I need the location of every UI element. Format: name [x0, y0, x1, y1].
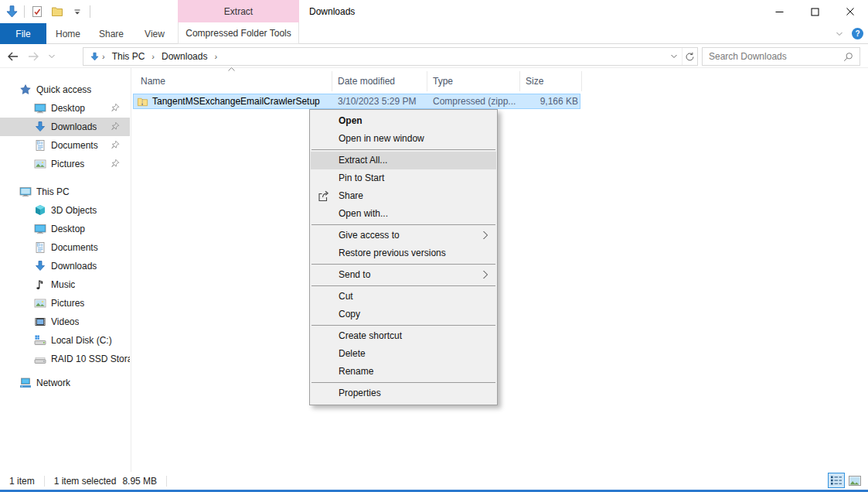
- menu-item-give-access-to[interactable]: Give access to: [310, 227, 497, 244]
- column-header-date-modified[interactable]: Date modified: [332, 71, 427, 91]
- pin-icon[interactable]: [110, 140, 121, 151]
- column-header-size[interactable]: Size: [520, 71, 582, 91]
- sidebar-item-raid-storage[interactable]: RAID 10 SSD Storage: [0, 350, 130, 368]
- properties-button[interactable]: [29, 4, 45, 19]
- tab-home[interactable]: Home: [46, 23, 90, 44]
- submenu-arrow-icon: [481, 231, 490, 240]
- sidebar-section-network[interactable]: Network: [0, 374, 130, 392]
- sidebar-item-documents[interactable]: Documents: [0, 136, 130, 155]
- menu-item-restore-previous-versions[interactable]: Restore previous versions: [310, 244, 497, 262]
- drive-icon: [34, 353, 46, 365]
- cube-icon: [34, 204, 46, 217]
- menu-separator: [311, 264, 495, 265]
- sidebar-item-local-disk-c[interactable]: Local Disk (C:): [0, 331, 130, 350]
- status-bar: 1 item 1 item selected 8.95 MB: [0, 472, 868, 490]
- menu-item-copy[interactable]: Copy: [310, 306, 497, 323]
- customize-toolbar-button[interactable]: [70, 4, 85, 19]
- menu-item-share[interactable]: Share: [310, 187, 497, 205]
- network-icon: [19, 377, 32, 389]
- menu-separator: [311, 149, 495, 150]
- tab-view[interactable]: View: [133, 23, 176, 44]
- sort-ascending-icon: [131, 67, 332, 72]
- titlebar: Extract Downloads: [0, 0, 868, 23]
- menu-item-send-to[interactable]: Send to: [310, 266, 497, 284]
- tab-share[interactable]: Share: [90, 23, 133, 44]
- status-selection-size: 8.95 MB: [119, 476, 166, 487]
- window-title: Downloads: [309, 0, 355, 23]
- sidebar-item-3d-objects[interactable]: 3D Objects: [0, 201, 130, 220]
- address-bar[interactable]: › This PC › Downloads ›: [83, 47, 698, 66]
- videos-icon: [34, 316, 46, 328]
- breadcrumb-separator-icon: ›: [151, 52, 155, 61]
- sidebar-item-desktop[interactable]: Desktop: [0, 99, 130, 118]
- search-icon[interactable]: [843, 52, 859, 62]
- music-icon: [34, 278, 46, 291]
- column-header-type[interactable]: Type: [427, 71, 520, 91]
- sidebar-item-documents-pc[interactable]: Documents: [0, 238, 130, 257]
- column-header-name[interactable]: Name: [131, 71, 332, 91]
- desktop-icon: [34, 223, 46, 235]
- toolbar-separator: [90, 5, 90, 18]
- file-name: TangentMSExchangeEmailCrawlerSetup: [152, 96, 320, 107]
- menu-item-properties[interactable]: Properties: [310, 384, 497, 402]
- sidebar-item-downloads[interactable]: Downloads: [0, 118, 130, 136]
- document-icon: [34, 139, 46, 152]
- menu-item-open-in-new-window[interactable]: Open in new window: [310, 130, 497, 148]
- details-view-button[interactable]: [828, 473, 845, 488]
- back-button[interactable]: [6, 50, 19, 63]
- file-row-selected[interactable]: TangentMSExchangeEmailCrawlerSetup 3/10/…: [133, 94, 580, 109]
- file-explorer-window: Extract Downloads File Home Share View C…: [0, 0, 868, 492]
- refresh-icon[interactable]: [682, 48, 697, 65]
- menu-item-pin-to-start[interactable]: Pin to Start: [310, 169, 497, 187]
- pictures-icon: [34, 297, 46, 309]
- collapse-ribbon-icon[interactable]: [835, 29, 844, 39]
- file-list-pane: Name Date modified Type Size TangentMSEx…: [131, 68, 868, 472]
- download-icon: [34, 260, 46, 272]
- breadcrumb-downloads[interactable]: Downloads: [157, 51, 212, 62]
- minimize-button[interactable]: [761, 0, 797, 23]
- new-folder-button[interactable]: [49, 4, 65, 19]
- location-downloads-icon: [87, 52, 100, 62]
- sidebar-item-pictures-pc[interactable]: Pictures: [0, 294, 130, 313]
- ribbon-tab-row: File Home Share View Compressed Folder T…: [0, 23, 868, 44]
- menu-item-rename[interactable]: Rename: [310, 363, 497, 381]
- status-selection: 1 item selected: [45, 476, 120, 487]
- recent-locations-icon[interactable]: [48, 53, 56, 60]
- sidebar-section-this-pc[interactable]: This PC: [0, 183, 130, 201]
- tab-file[interactable]: File: [0, 23, 46, 44]
- menu-item-create-shortcut[interactable]: Create shortcut: [310, 327, 497, 345]
- forward-button[interactable]: [27, 50, 40, 63]
- submenu-arrow-icon: [481, 270, 490, 279]
- breadcrumb-separator-icon: ›: [213, 52, 218, 61]
- sidebar-item-videos[interactable]: Videos: [0, 313, 130, 331]
- maximize-button[interactable]: [797, 0, 832, 23]
- address-dropdown-icon[interactable]: [666, 48, 682, 65]
- menu-item-delete[interactable]: Delete: [310, 345, 497, 363]
- pin-icon[interactable]: [110, 103, 121, 114]
- menu-item-extract-all[interactable]: Extract All...: [311, 152, 496, 169]
- menu-separator: [311, 325, 495, 326]
- window-downloads-icon: [5, 5, 19, 19]
- close-button[interactable]: [832, 0, 868, 23]
- pin-icon[interactable]: [110, 121, 121, 132]
- sidebar-item-desktop-pc[interactable]: Desktop: [0, 220, 130, 238]
- sidebar-item-pictures[interactable]: Pictures: [0, 155, 130, 173]
- this-pc-icon: [19, 186, 32, 198]
- tab-compressed-folder-tools[interactable]: Compressed Folder Tools: [178, 22, 299, 44]
- large-icons-view-button[interactable]: [846, 473, 863, 488]
- search-input[interactable]: [703, 51, 843, 62]
- breadcrumb: › This PC › Downloads ›: [83, 51, 666, 62]
- menu-item-open[interactable]: Open: [310, 112, 497, 130]
- breadcrumb-this-pc[interactable]: This PC: [107, 51, 150, 62]
- menu-item-open-with[interactable]: Open with...: [310, 205, 497, 223]
- help-icon[interactable]: ?: [852, 28, 863, 39]
- menu-item-cut[interactable]: Cut: [310, 288, 497, 306]
- sidebar-section-quick-access[interactable]: Quick access: [0, 80, 130, 99]
- pin-icon[interactable]: [110, 159, 121, 169]
- status-divider: [166, 476, 167, 487]
- sidebar-item-music[interactable]: Music: [0, 275, 130, 294]
- sidebar-item-downloads-pc[interactable]: Downloads: [0, 257, 130, 275]
- navigation-pane: Quick access Desktop Downloads Docume: [0, 68, 130, 472]
- column-header-row: Name Date modified Type Size: [131, 71, 582, 91]
- search-box: [702, 47, 860, 66]
